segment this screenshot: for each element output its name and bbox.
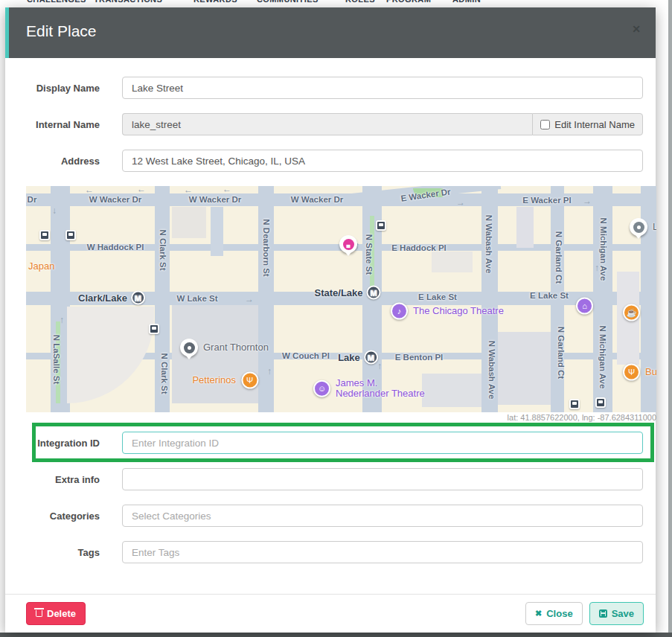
metro-icon: M	[367, 286, 381, 300]
nav-item-program[interactable]: PROGRAM	[386, 0, 431, 4]
map-street-label: E Lake St	[530, 291, 569, 300]
address-input[interactable]	[122, 150, 643, 172]
edit-internal-name-addon: Edit Internal Name	[532, 113, 643, 135]
map-building	[422, 374, 481, 407]
metro-icon: M	[364, 350, 378, 365]
map-poi	[65, 230, 76, 240]
map-street-label: N Garland Ct	[557, 327, 566, 379]
modal-title: Edit Place	[26, 22, 97, 40]
map-poi: ⌂	[576, 298, 593, 315]
x-icon: ✖	[535, 609, 542, 618]
delete-button[interactable]: Delete	[26, 602, 86, 625]
floppy-disk-icon	[599, 609, 607, 618]
map-poi: ☕	[623, 304, 640, 321]
map-street-label: N Michigan Ave	[598, 326, 607, 389]
map-street-label: N Garland Ct	[554, 231, 563, 284]
map-street-label: N Michigan Ave	[599, 218, 608, 281]
map-building	[211, 207, 223, 256]
tags-label: Tags	[26, 547, 122, 558]
map-canvas[interactable]: DrW Wacker DrW Wacker DrW Wacker DrE Wac…	[26, 186, 656, 412]
nav-item-rewards[interactable]: REWARDS	[193, 0, 237, 4]
extra-info-label: Extra info	[26, 474, 122, 485]
nav-item-transactions[interactable]: TRANSACTIONS	[94, 0, 162, 4]
map-street-label: W Lake St	[177, 294, 218, 303]
save-button[interactable]: Save	[589, 602, 644, 625]
map-street-label: E Haddock Pl	[391, 243, 447, 252]
poi-icon: ☕	[623, 304, 640, 321]
save-button-label: Save	[612, 608, 634, 619]
close-icon[interactable]: ✕	[632, 24, 641, 34]
poi-icon: Ψ	[623, 364, 640, 381]
internal-name-label: Internal Name	[26, 119, 122, 130]
map-direction-arrow: ↑	[595, 263, 599, 273]
map-poi	[569, 399, 580, 409]
map-street-label: N Dearborn St	[262, 219, 271, 276]
edit-internal-name-checkbox[interactable]	[540, 120, 550, 129]
map-street-label: N LaSalle St	[52, 335, 61, 384]
map-direction-arrow: ←	[137, 186, 146, 194]
map-direction-arrow: ←	[184, 186, 193, 195]
nav-item-communities[interactable]: COMMUNITIES	[257, 0, 319, 4]
map-building	[498, 332, 551, 405]
trash-icon	[36, 610, 42, 617]
map-direction-arrow: ↑	[60, 315, 64, 325]
extra-info-input[interactable]	[122, 468, 643, 490]
display-name-row: Display Name	[26, 77, 643, 99]
map-building	[172, 207, 206, 238]
integration-id-label: Integration ID	[26, 438, 122, 449]
map-street-label: E Lake St	[418, 292, 457, 301]
top-navbar: CHALLENGESTRANSACTIONSREWARDSCOMMUNITIES…	[0, 0, 672, 5]
categories-input[interactable]	[122, 505, 643, 527]
poi-icon: ⌂	[576, 298, 593, 315]
edit-place-modal: Edit Place ✕ Display Name Internal Name …	[5, 7, 656, 633]
nav-item-admin[interactable]: ADMIN	[452, 0, 481, 4]
map-building	[516, 207, 534, 248]
poi-label: Bu	[645, 367, 656, 377]
map-street-label: W Haddock Pl	[87, 243, 144, 252]
delete-button-label: Delete	[47, 608, 76, 619]
bus-stop-icon	[569, 399, 580, 409]
poi-icon: Ψ	[241, 372, 258, 389]
map-direction-arrow: ↑	[267, 366, 272, 377]
map-poi	[595, 397, 606, 408]
map-direction-arrow: →	[456, 197, 465, 208]
tags-row: Tags	[26, 541, 643, 563]
poi-label: The Chicago Theatre	[413, 306, 504, 316]
map-building	[67, 307, 154, 403]
poi-label: James M.Nederlander Theatre	[336, 378, 425, 400]
map-street-label: E Wacker Pl	[522, 196, 571, 205]
map-street-label: W Wacker Dr	[189, 195, 242, 204]
edit-internal-name-label: Edit Internal Name	[554, 119, 635, 130]
address-label: Address	[26, 156, 122, 167]
modal-footer: Delete ✖ Close Save	[5, 594, 656, 633]
map-poi	[39, 230, 50, 240]
map-poi: Grant Thornton	[180, 339, 269, 356]
poi-label: L	[653, 222, 656, 232]
page-scrollbar[interactable]	[668, 0, 672, 637]
map-poi	[376, 220, 386, 231]
map-metro-station: Clark/LakeM	[78, 291, 145, 305]
nav-item-roles[interactable]: ROLES	[345, 0, 375, 4]
map-direction-arrow: →	[245, 294, 254, 304]
display-name-input[interactable]	[122, 77, 643, 99]
map-direction-arrow: ↑	[377, 361, 382, 371]
map-poi: ☺James M.Nederlander Theatre	[313, 378, 425, 400]
address-row: Address	[26, 150, 643, 172]
map-metro-station: State/LakeM	[314, 286, 380, 300]
map-metro-station: LakeM	[338, 350, 378, 365]
map-street-label: W Wacker Dr	[89, 195, 142, 204]
station-name: State/Lake	[314, 287, 362, 298]
map-street-label: N Wabash Ave	[484, 215, 493, 274]
station-name: Lake	[338, 352, 360, 363]
map-street-label: N Clark St	[160, 353, 169, 394]
map-poi	[149, 324, 159, 334]
map-poi: PetterinosΨ	[192, 372, 258, 389]
tags-input[interactable]	[122, 541, 643, 563]
integration-id-input[interactable]	[122, 432, 643, 454]
bus-stop-icon	[39, 230, 50, 240]
nav-item-challenges[interactable]: CHALLENGES	[27, 0, 86, 4]
map-street-label: E Benton Pl	[395, 353, 444, 362]
map-direction-arrow: ←	[85, 186, 94, 195]
map-street-label: Dr	[28, 195, 37, 204]
close-button[interactable]: ✖ Close	[525, 602, 583, 625]
